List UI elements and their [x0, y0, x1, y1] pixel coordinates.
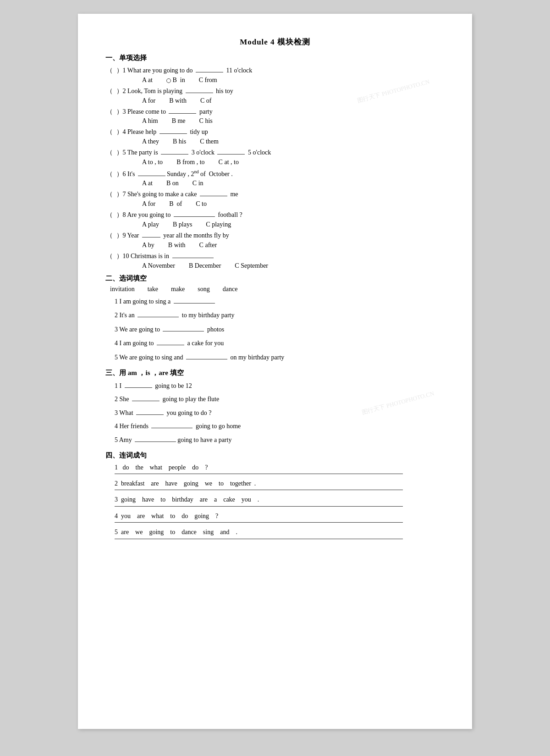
q1-optA: A at	[142, 77, 153, 84]
q3-row: （ ）3 Please come to party	[105, 106, 445, 117]
s4-q2: 2 breakfast are have going we to togethe…	[105, 479, 445, 489]
q10-text: ）10 Christmas is in	[115, 251, 445, 262]
q8-optB: B plays	[173, 221, 192, 228]
q3-text: ）3 Please come to party	[115, 106, 445, 117]
q1-row: （ ）1 What are you going to do 11 o'clock	[105, 65, 445, 76]
q2-text: ）2 Look, Tom is playing his toy	[115, 86, 445, 97]
s2-q1: 1 I am going to sing a	[105, 296, 445, 308]
s4-q5: 5 are we going to dance sing and .	[105, 527, 445, 537]
s2-q4: 4 I am going to a cake for you	[105, 337, 445, 350]
section3-title: 三、用 am ，is ，are 填空	[105, 369, 445, 377]
q6-optB: B on	[166, 180, 179, 187]
q9-row: （ ）9 Year year all the months fly by	[105, 230, 445, 241]
page-title: Module 4 模块检测	[105, 37, 445, 47]
q2-row: （ ）2 Look, Tom is playing his toy	[105, 86, 445, 97]
q7-paren: （	[105, 189, 114, 200]
q9-optA: A by	[142, 242, 154, 249]
q10-optB: B December	[189, 262, 221, 270]
q4-optB: B his	[173, 138, 186, 145]
q4-optC: C them	[200, 138, 219, 145]
s3-q2: 2 She going to play the flute	[105, 393, 445, 406]
q6-text: ）6 It's Sunday , 2nd of October .	[115, 168, 445, 179]
q10-optC: C September	[235, 262, 268, 270]
word3: make	[171, 286, 185, 293]
q9-text: ）9 Year year all the months fly by	[115, 230, 445, 241]
q9-optC: C after	[199, 242, 217, 249]
q2-optB: B with	[169, 97, 187, 105]
s4-line3	[115, 506, 403, 507]
q10-row: （ ）10 Christmas is in	[105, 251, 445, 262]
q5-row: （ ）5 The party is 3 o'clock 5 o'clock	[105, 147, 445, 158]
q8-row: （ ）8 Are you going to football ?	[105, 210, 445, 221]
q1-blank	[196, 72, 223, 72]
s3-blank3	[136, 414, 164, 415]
q5-text: ）5 The party is 3 o'clock 5 o'clock	[115, 147, 445, 158]
q8-blank	[174, 216, 215, 217]
q7-optC: C to	[196, 200, 207, 208]
q8-options: A play B plays C playing	[105, 221, 445, 228]
q7-row: （ ）7 She's going to make a cake me	[105, 189, 445, 200]
q7-text: ）7 She's going to make a cake me	[115, 189, 445, 200]
q5-options: A to , to B from , to C at , to	[105, 159, 445, 166]
s3-q4: 4 Her friends going to go home	[105, 420, 445, 433]
s2-blank2	[138, 317, 179, 317]
q1-text: ）1 What are you going to do 11 o'clock	[115, 65, 445, 76]
s3-blank2	[132, 401, 160, 401]
q4-row: （ ）4 Please help tidy up	[105, 127, 445, 138]
q6-row: （ ）6 It's Sunday , 2nd of October .	[105, 168, 445, 179]
exam-page: 图行天下 PHOTOPHOTO.CN 图行天下 PHOTOPHOTO.CN Mo…	[78, 14, 472, 729]
q9-blank	[142, 237, 160, 237]
q9-optB: B with	[168, 242, 186, 249]
q8-optA: A play	[142, 221, 159, 228]
section2-title: 二、选词填空	[105, 274, 445, 283]
s4-q4: 4 you are what to do going ?	[105, 511, 445, 521]
q5-optA: A to , to	[142, 159, 163, 166]
word1: invitation	[110, 286, 135, 293]
q3-optA: A him	[142, 117, 158, 125]
s2-blank1	[174, 303, 215, 304]
q3-blank	[169, 113, 196, 114]
q1-paren: （	[105, 65, 114, 76]
q1-optC: C from	[199, 77, 217, 84]
q6-paren: （	[105, 169, 114, 180]
s2-blank5	[186, 359, 227, 359]
s4-line5	[115, 539, 403, 539]
q6-optA: A at	[142, 180, 153, 187]
q9-paren: （	[105, 230, 114, 241]
s4-q1: 1 do the what people do ?	[105, 463, 445, 473]
q5-blank2	[217, 154, 245, 155]
q9-options: A by B with C after	[105, 242, 445, 249]
q8-paren: （	[105, 210, 114, 221]
s3-q5: 5 Amy going to have a party	[105, 434, 445, 447]
q3-optB: B me	[172, 117, 186, 125]
q5-optB: B from , to	[176, 159, 204, 166]
q3-optC: C his	[199, 117, 213, 125]
q6-optC: C in	[192, 180, 204, 187]
section2-wordbank: invitation take make song dance	[105, 286, 445, 293]
q7-optB: B of	[169, 200, 182, 208]
q3-options: A him B me C his	[105, 117, 445, 125]
q6-options: A at B on C in	[105, 180, 445, 187]
section1-title: 一、单项选择	[105, 54, 445, 62]
q4-blank	[160, 133, 187, 134]
q1-optB: B in	[166, 77, 185, 84]
q1-options: A at B in C from	[105, 77, 445, 84]
q2-optC: C of	[200, 97, 212, 105]
q8-optC: C playing	[206, 221, 231, 228]
q5-optC: C at , to	[219, 159, 239, 166]
q4-text: ）4 Please help tidy up	[115, 127, 445, 138]
q5-blank1	[161, 154, 188, 155]
s3-blank4	[151, 428, 192, 428]
s3-q3: 3 What you going to do ?	[105, 407, 445, 419]
s2-q5: 5 We are going to sing and on my birthda…	[105, 352, 445, 364]
q7-options: A for B of C to	[105, 200, 445, 208]
s4-line2	[115, 490, 403, 490]
q7-blank	[200, 196, 227, 196]
s4-q3: 3 going have to birthday are a cake you …	[105, 495, 445, 505]
word2: take	[148, 286, 158, 293]
q5-paren: （	[105, 147, 114, 158]
s4-line1	[115, 474, 403, 474]
q10-options: A November B December C September	[105, 262, 445, 270]
q4-optA: A they	[142, 138, 159, 145]
q2-blank	[186, 93, 213, 93]
